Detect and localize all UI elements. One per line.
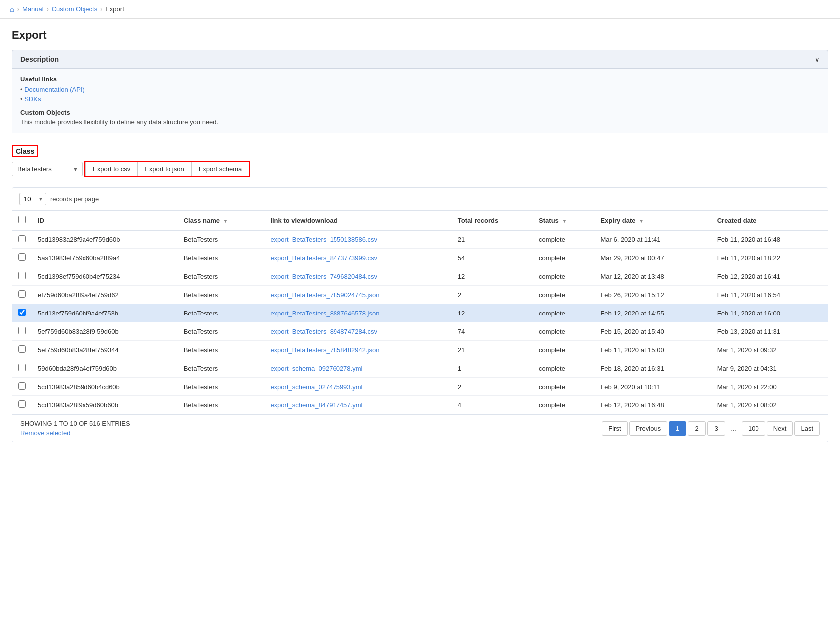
row-expiry-date: Feb 18, 2020 at 16:31	[594, 359, 711, 378]
col-created-date: Created date	[711, 211, 828, 230]
page-3-button[interactable]: 3	[707, 421, 725, 436]
next-page-button[interactable]: Next	[767, 421, 793, 436]
row-checkbox-cell[interactable]	[12, 378, 32, 396]
download-link[interactable]: export_schema_027475993.yml	[270, 383, 362, 391]
breadcrumb-sep-1: ›	[17, 6, 19, 13]
sdks-link[interactable]: SDKs	[24, 95, 41, 103]
documentation-api-link[interactable]: Documentation (API)	[24, 86, 84, 93]
class-select[interactable]: BetaTesters	[12, 162, 82, 176]
row-created-date: Feb 11, 2020 at 18:22	[711, 249, 828, 267]
row-checkbox[interactable]	[18, 235, 26, 242]
row-class-name: BetaTesters	[178, 286, 265, 304]
table-row: 5cd13983a2859d60b4cd60b BetaTesters expo…	[12, 378, 828, 396]
row-total-records: 2	[452, 378, 533, 396]
select-all-header[interactable]	[12, 211, 32, 230]
useful-links-list: Documentation (API) SDKs	[20, 86, 820, 103]
home-icon[interactable]: ⌂	[10, 5, 14, 13]
row-checkbox-cell[interactable]	[12, 322, 32, 341]
records-per-page-select[interactable]: 10 25 50 100	[20, 193, 46, 205]
page-1-button[interactable]: 1	[669, 421, 686, 436]
row-checkbox[interactable]	[18, 309, 26, 316]
description-body: Useful links Documentation (API) SDKs Cu…	[12, 68, 828, 133]
col-expiry-date[interactable]: Expiry date ▼	[594, 211, 711, 230]
row-link[interactable]: export_schema_092760278.yml	[264, 359, 451, 378]
col-link: link to view/download	[264, 211, 451, 230]
breadcrumb-custom-objects[interactable]: Custom Objects	[52, 5, 97, 13]
expiry-sort-icon: ▼	[639, 218, 644, 224]
row-id: 5cd13983a2859d60b4cd60b	[32, 378, 178, 396]
table-row: 5ef759d60b83a28fef759344 BetaTesters exp…	[12, 341, 828, 359]
row-expiry-date: Feb 26, 2020 at 15:12	[594, 286, 711, 304]
remove-selected-link[interactable]: Remove selected	[20, 429, 130, 437]
row-link[interactable]: export_BetaTesters_7858482942.json	[264, 341, 451, 359]
row-link[interactable]: export_BetaTesters_8948747284.csv	[264, 322, 451, 341]
row-link[interactable]: export_BetaTesters_8887646578.json	[264, 304, 451, 322]
row-checkbox-cell[interactable]	[12, 230, 32, 249]
table-body: 5cd13983a28f9a4ef759d60b BetaTesters exp…	[12, 230, 828, 414]
page-100-button[interactable]: 100	[742, 421, 765, 436]
row-checkbox-cell[interactable]	[12, 396, 32, 414]
row-checkbox[interactable]	[18, 327, 26, 334]
table-row: 59d60bda28f9a4ef759d60b BetaTesters expo…	[12, 359, 828, 378]
row-expiry-date: Feb 12, 2020 at 14:55	[594, 304, 711, 322]
row-id: 5ef759d60b83a28fef759344	[32, 341, 178, 359]
col-status[interactable]: Status ▼	[533, 211, 594, 230]
download-link[interactable]: export_BetaTesters_8887646578.json	[270, 310, 379, 317]
download-link[interactable]: export_schema_847917457.yml	[270, 401, 362, 409]
description-header[interactable]: Description ∨	[12, 50, 828, 68]
row-checkbox[interactable]	[18, 364, 26, 371]
row-checkbox[interactable]	[18, 253, 26, 261]
download-link[interactable]: export_BetaTesters_1550138586.csv	[270, 236, 377, 243]
table-row: 5cd13983a28f9a59d60b60b BetaTesters expo…	[12, 396, 828, 414]
page-2-button[interactable]: 2	[688, 421, 706, 436]
table-row: 5cd1398ef759d60b4ef75234 BetaTesters exp…	[12, 267, 828, 286]
main-content: Export Description ∨ Useful links Docume…	[0, 19, 840, 452]
last-page-button[interactable]: Last	[794, 421, 820, 436]
row-class-name: BetaTesters	[178, 322, 265, 341]
row-link[interactable]: export_BetaTesters_7859024745.json	[264, 286, 451, 304]
row-total-records: 54	[452, 249, 533, 267]
breadcrumb-sep-3: ›	[100, 6, 102, 13]
row-expiry-date: Feb 15, 2020 at 15:40	[594, 322, 711, 341]
status-sort-icon: ▼	[562, 218, 567, 224]
row-expiry-date: Mar 6, 2020 at 11:41	[594, 230, 711, 249]
previous-page-button[interactable]: Previous	[629, 421, 668, 436]
export-csv-button[interactable]: Export to csv	[85, 162, 137, 176]
row-total-records: 1	[452, 359, 533, 378]
row-checkbox-cell[interactable]	[12, 359, 32, 378]
row-link[interactable]: export_BetaTesters_1550138586.csv	[264, 230, 451, 249]
row-checkbox[interactable]	[18, 400, 26, 408]
select-all-checkbox[interactable]	[18, 216, 26, 223]
row-link[interactable]: export_BetaTesters_8473773999.csv	[264, 249, 451, 267]
row-checkbox[interactable]	[18, 290, 26, 298]
download-link[interactable]: export_BetaTesters_8948747284.csv	[270, 328, 377, 335]
row-id: 5cd13983a28f9a4ef759d60b	[32, 230, 178, 249]
download-link[interactable]: export_BetaTesters_7858482942.json	[270, 346, 379, 354]
export-json-button[interactable]: Export to json	[137, 162, 191, 176]
col-class-name[interactable]: Class name ▼	[178, 211, 265, 230]
first-page-button[interactable]: First	[602, 421, 627, 436]
row-checkbox-cell[interactable]	[12, 341, 32, 359]
row-id: 59d60bda28f9a4ef759d60b	[32, 359, 178, 378]
row-checkbox[interactable]	[18, 382, 26, 390]
row-link[interactable]: export_schema_027475993.yml	[264, 378, 451, 396]
row-expiry-date: Mar 29, 2020 at 00:47	[594, 249, 711, 267]
download-link[interactable]: export_BetaTesters_7496820484.csv	[270, 273, 377, 280]
row-checkbox-cell[interactable]	[12, 267, 32, 286]
breadcrumb-manual[interactable]: Manual	[22, 5, 44, 13]
row-link[interactable]: export_schema_847917457.yml	[264, 396, 451, 414]
row-link[interactable]: export_BetaTesters_7496820484.csv	[264, 267, 451, 286]
row-id: 5cd1398ef759d60b4ef75234	[32, 267, 178, 286]
page-title: Export	[12, 29, 828, 42]
page-ellipsis: ...	[727, 422, 740, 435]
row-checkbox[interactable]	[18, 345, 26, 353]
download-link[interactable]: export_schema_092760278.yml	[270, 365, 362, 372]
row-checkbox[interactable]	[18, 272, 26, 279]
row-checkbox-cell[interactable]	[12, 249, 32, 267]
row-status: complete	[533, 322, 594, 341]
row-checkbox-cell[interactable]	[12, 286, 32, 304]
row-checkbox-cell[interactable]	[12, 304, 32, 322]
download-link[interactable]: export_BetaTesters_8473773999.csv	[270, 254, 377, 262]
download-link[interactable]: export_BetaTesters_7859024745.json	[270, 291, 379, 299]
export-schema-button[interactable]: Export schema	[191, 162, 250, 176]
